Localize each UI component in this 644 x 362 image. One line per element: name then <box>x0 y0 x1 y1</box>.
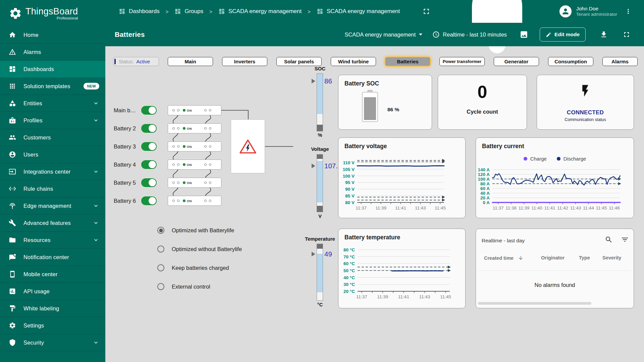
radio-option[interactable]: Keep batteries charged <box>157 264 229 272</box>
fullscreen-icon[interactable] <box>422 7 431 16</box>
terminal-pin <box>172 127 175 130</box>
battery-toggle[interactable] <box>141 178 157 187</box>
terminal-pin <box>204 109 207 112</box>
battery-toggle[interactable] <box>141 142 157 151</box>
alarms-column-severity[interactable]: Severity <box>602 255 621 260</box>
sidebar-item-api-usage[interactable]: API usage <box>0 283 105 300</box>
sidebar-item-settings[interactable]: Settings <box>0 317 105 334</box>
kebab-menu-icon[interactable] <box>625 7 632 16</box>
battery-toggle[interactable] <box>141 124 157 133</box>
brand-name: ThingsBoard <box>25 6 78 17</box>
battery-toggle[interactable] <box>141 106 157 115</box>
dashboard-image-icon[interactable] <box>520 30 528 39</box>
slider-temperature[interactable] <box>317 244 323 301</box>
tab-solar-panels[interactable]: Solar panels <box>276 57 322 66</box>
sidebar-item-edge-management[interactable]: Edge management <box>0 197 105 215</box>
sidebar-item-dashboards[interactable]: Dashboards <box>0 61 105 78</box>
tab-inverters[interactable]: Inverters <box>222 57 267 66</box>
tab-main[interactable]: Main <box>168 57 213 66</box>
battery-unit: ON <box>168 160 221 170</box>
download-icon[interactable] <box>600 31 608 39</box>
app-logo[interactable]: ThingsBoard Professional <box>0 0 105 26</box>
battery-label: Main b… <box>114 107 136 114</box>
slider-pointer-soc[interactable] <box>312 79 315 83</box>
battery-toggle[interactable] <box>141 160 157 169</box>
battery-temperature-chart-card: 80 °C70 °C60 °C50 °C40 °C30 °C20 °C11:37… <box>338 229 466 308</box>
sidebar-item-home[interactable]: Home <box>0 26 105 44</box>
toggle-knob <box>149 125 156 132</box>
avatar[interactable] <box>559 5 572 17</box>
svg-text:100 V: 100 V <box>343 174 355 179</box>
breadcrumb-item[interactable]: Groups <box>174 8 203 15</box>
sidebar-item-advanced-features[interactable]: Advanced features <box>0 215 105 232</box>
terminal-pin <box>204 145 207 148</box>
card-title: Battery SOC <box>344 80 379 87</box>
breadcrumb-item[interactable]: Dashboards <box>119 8 160 15</box>
sidebar-item-white-labeling[interactable]: White labeling <box>0 300 105 317</box>
sidebar-item-notification-center[interactable]: Notification center <box>0 249 105 266</box>
slider-segment <box>317 74 323 114</box>
sidebar-item-label: Users <box>23 152 38 158</box>
alarms-icon <box>9 48 16 56</box>
slider-pointer-temperature[interactable] <box>312 252 315 256</box>
alarms-column-type[interactable]: Type <box>579 255 590 260</box>
filter-icon[interactable] <box>621 236 629 244</box>
slider-label-temperature: Temperature <box>305 236 335 242</box>
dashboard-select[interactable]: SCADA energy management <box>344 32 422 38</box>
chart-title: Battery voltage <box>344 143 387 150</box>
sidebar-item-users[interactable]: Users <box>0 146 105 163</box>
caret-down-icon <box>419 34 422 36</box>
on-label: ON <box>187 181 192 185</box>
legend-item-discharge[interactable]: Discharge <box>557 156 586 162</box>
radio-option[interactable]: Optimized without Batterylife <box>157 246 242 253</box>
alarms-empty-text: No alarms found <box>476 282 634 288</box>
edit-mode-button[interactable]: Edit mode <box>540 27 586 42</box>
slider-voltage[interactable] <box>317 154 323 212</box>
terminal-pin <box>172 182 175 184</box>
sidebar-item-integrations-center[interactable]: Integrations center <box>0 163 105 180</box>
sidebar-item-label: Customers <box>23 134 51 141</box>
search-icon[interactable] <box>605 236 613 244</box>
battery-toggle[interactable] <box>141 196 157 205</box>
sidebar-item-customers[interactable]: Customers <box>0 129 105 146</box>
toggle-knob <box>149 197 156 204</box>
breadcrumb-item[interactable]: SCADA energy management <box>218 8 302 15</box>
toggle-knob <box>149 107 156 114</box>
alarms-timewindow[interactable]: Realtime - last day <box>482 238 525 244</box>
alarms-column-created-time[interactable]: Created time <box>484 255 522 261</box>
sidebar-item-rule-chains[interactable]: Rule chains <box>0 180 105 197</box>
sidebar-item-profiles[interactable]: Profiles <box>0 112 105 129</box>
sidebar-item-solution-templates[interactable]: Solution templatesNEW <box>0 78 105 95</box>
breadcrumb-item[interactable]: SCADA energy management <box>317 8 400 15</box>
svg-text:85 V: 85 V <box>345 193 355 198</box>
legend-label: Charge <box>530 156 547 162</box>
dashboard-group-icon <box>174 8 181 15</box>
slider-soc[interactable] <box>317 73 323 131</box>
sidebar-item-label: Alarms <box>23 49 41 55</box>
alarms-column-originator[interactable]: Originator <box>541 255 565 260</box>
sidebar-item-mobile-center[interactable]: Mobile center <box>0 266 105 283</box>
horizontal-scrollbar[interactable] <box>478 302 591 305</box>
terminal-pin <box>172 200 175 202</box>
legend-item-charge[interactable]: Charge <box>524 156 547 162</box>
slider-pointer-voltage[interactable] <box>312 164 315 168</box>
radio-option[interactable]: External control <box>157 283 210 290</box>
svg-text:0 A: 0 A <box>483 200 490 205</box>
sidebar-item-alarms[interactable]: Alarms <box>0 44 105 61</box>
sidebar-item-label: Edge management <box>23 203 71 209</box>
settings-icon <box>9 322 16 329</box>
sidebar-item-resources[interactable]: Resources <box>0 232 105 249</box>
radio-option[interactable]: Optimized with Batterylife <box>157 227 234 234</box>
chevron-down-icon <box>93 202 99 209</box>
fullscreen-dashboard-icon[interactable] <box>623 31 631 39</box>
slider-segment <box>317 244 323 249</box>
user-block[interactable]: John Doe Tenant administrator <box>576 5 617 17</box>
on-label: ON <box>187 163 192 167</box>
timewindow-button[interactable]: Realtime - last 10 minutes <box>432 31 507 38</box>
sidebar-item-security[interactable]: Security <box>0 334 105 351</box>
brand-edition: Professional <box>57 16 78 20</box>
sidebar-item-entities[interactable]: Entities <box>0 95 105 112</box>
svg-text:20 A: 20 A <box>480 195 490 200</box>
svg-text:11:37: 11:37 <box>356 294 367 299</box>
tab-wind-turbine[interactable]: Wind turbine <box>331 57 376 66</box>
